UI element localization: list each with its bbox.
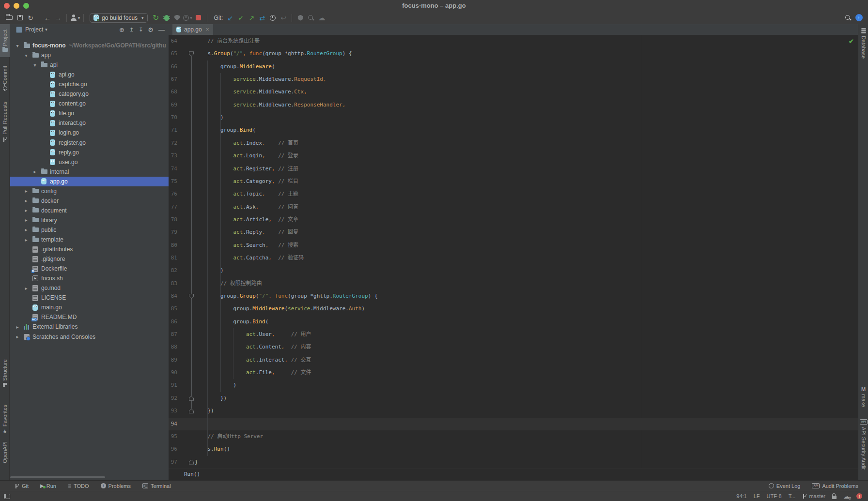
code-with-me-icon[interactable]: ▾	[70, 13, 80, 23]
code-line-77[interactable]: 77 act.Ask, // 问答	[169, 201, 858, 213]
stop-button[interactable]	[193, 13, 204, 23]
code-line-86[interactable]: 86 group.Bind(	[169, 316, 858, 328]
git-merge-icon[interactable]: ⇄	[257, 13, 267, 23]
lock-icon[interactable]	[832, 496, 837, 499]
code-line-94[interactable]: 94	[169, 418, 858, 430]
stripe-tab-database[interactable]: Database	[858, 28, 868, 73]
tree-row-api-go[interactable]: api.go	[10, 70, 169, 79]
code-line-87[interactable]: 87 act.User, // 用户	[169, 328, 858, 341]
window-layout-icon[interactable]	[4, 494, 10, 499]
stripe-tab-make[interactable]: M make	[858, 386, 868, 414]
chevron-right-icon[interactable]: ▸	[15, 334, 20, 339]
cloud-settings-icon[interactable]: ☁	[843, 493, 850, 500]
tree-row-category-go[interactable]: category.go	[10, 89, 169, 99]
profiler-button[interactable]: ▾	[183, 13, 193, 23]
code-line-66[interactable]: 66 group.Middleware(	[169, 61, 858, 73]
tree-row-public[interactable]: ▸public	[10, 225, 169, 235]
fold-marker-icon[interactable]	[189, 294, 194, 299]
line-separator[interactable]: LF	[754, 493, 760, 499]
tree-row-template[interactable]: ▸template	[10, 235, 169, 244]
stripe-tab-favorites[interactable]: Favorites ★	[0, 405, 10, 439]
tree-row-document[interactable]: ▸document	[10, 206, 169, 215]
tree-row-license[interactable]: LICENSE	[10, 293, 169, 303]
chevron-down-icon[interactable]: ▾	[45, 27, 47, 32]
chevron-right-icon[interactable]: ▸	[15, 324, 20, 330]
stripe-tab-pull-requests[interactable]: Pull Requests	[0, 102, 10, 150]
code-line-90[interactable]: 90 act.File, // 文件	[169, 366, 858, 379]
package-icon[interactable]	[295, 13, 306, 23]
indent-style[interactable]: T...	[789, 493, 796, 499]
code-line-76[interactable]: 76 act.Topic, // 主题	[169, 188, 858, 200]
tree-row--gitattributes[interactable]: .gitattributes	[10, 244, 169, 254]
search-everywhere-dim-icon[interactable]	[306, 13, 316, 23]
code-line-80[interactable]: 80 act.Search, // 搜索	[169, 239, 858, 252]
code-line-65[interactable]: 65 s.Group("/", func(group *ghttp.Router…	[169, 47, 858, 60]
tree-row--gitignore[interactable]: .gitignore	[10, 254, 169, 264]
stripe-tab-project[interactable]: Project	[0, 24, 10, 57]
code-line-75[interactable]: 75 act.Category, // 栏目	[169, 175, 858, 188]
code-line-73[interactable]: 73 act.Login, // 登录	[169, 150, 858, 162]
stripe-tab-api-security-audit[interactable]: API API Security Audit	[858, 419, 868, 482]
error-indicator-icon[interactable]: !	[856, 493, 862, 499]
chevron-right-icon[interactable]: ▸	[24, 208, 29, 213]
sync-icon[interactable]: ↻	[25, 13, 36, 23]
toolwindow-git[interactable]: Git	[15, 483, 29, 489]
tree-row-captcha-go[interactable]: captcha.go	[10, 79, 169, 89]
chevron-right-icon[interactable]: ▸	[24, 188, 29, 194]
git-commit-icon[interactable]: ✓	[235, 13, 246, 23]
code-line-97[interactable]: 97}	[169, 456, 858, 469]
code-line-88[interactable]: 88 act.Content, // 内容	[169, 341, 858, 353]
stripe-tab-structure[interactable]: Structure	[0, 359, 10, 402]
horizontal-scrollbar[interactable]	[10, 476, 105, 478]
tree-row-content-go[interactable]: content.go	[10, 99, 169, 108]
save-icon[interactable]	[15, 13, 25, 23]
tree-row-login-go[interactable]: login.go	[10, 128, 169, 137]
code-line-93[interactable]: 93 })	[169, 405, 858, 417]
tree-row-app-go[interactable]: app.go	[10, 177, 169, 186]
git-rollback-icon[interactable]: ↩	[278, 13, 289, 23]
code-line-74[interactable]: 74 act.Register, // 注册	[169, 163, 858, 175]
tree-row-scratches-and-consoles[interactable]: ▸Scratches and Consoles	[10, 332, 169, 342]
fold-marker-icon[interactable]	[189, 409, 194, 413]
tree-row-library[interactable]: ▸library	[10, 215, 169, 225]
file-encoding[interactable]: UTF-8	[767, 493, 782, 499]
locate-file-icon[interactable]: ⊕	[119, 26, 124, 33]
audit-problems-button[interactable]: API Audit Problems	[812, 483, 858, 489]
event-log-button[interactable]: Event Log	[769, 483, 801, 489]
chevron-down-icon[interactable]: ▾	[32, 62, 37, 68]
code-line-96[interactable]: 96 s.Run()	[169, 443, 858, 455]
fold-marker-icon[interactable]	[189, 51, 194, 56]
chevron-down-icon[interactable]: ▾	[15, 43, 20, 48]
inspections-ok-icon[interactable]: ✔	[849, 38, 854, 45]
toolwindow-problems[interactable]: ! Problems	[101, 483, 131, 489]
update-available-icon[interactable]: ↑	[853, 13, 864, 23]
expand-all-icon[interactable]: ↥	[129, 27, 134, 33]
chevron-right-icon[interactable]: ▸	[24, 237, 29, 243]
stripe-tab-commit[interactable]: Commit	[0, 66, 10, 99]
code-line-89[interactable]: 89 act.Interact, // 交互	[169, 354, 858, 366]
code-line-82[interactable]: 82 )	[169, 264, 858, 277]
run-configuration-select[interactable]: go build focus ▾	[90, 13, 148, 23]
back-icon[interactable]: ←	[42, 13, 53, 23]
tree-row-focus-mono[interactable]: ▾focus-mono~/Workspace/Go/GOPATH/src/git…	[10, 41, 169, 50]
toolwindow-todo[interactable]: ≡ TODO	[68, 483, 89, 489]
collapse-all-icon[interactable]: ↧	[139, 27, 143, 33]
tree-row-docker[interactable]: ▸docker	[10, 196, 169, 206]
code-line-68[interactable]: 68 service.Middleware.Ctx,	[169, 86, 858, 98]
debug-button[interactable]	[161, 13, 172, 23]
code-line-69[interactable]: 69 service.Middleware.ResponseHandler,	[169, 99, 858, 111]
git-history-icon[interactable]	[267, 13, 278, 23]
stripe-tab-openapi[interactable]: OpenAPI	[0, 441, 10, 471]
tree-row-internal[interactable]: ▸internal	[10, 167, 169, 177]
git-branch-widget[interactable]: master	[802, 493, 825, 499]
project-view-selector[interactable]: Project	[25, 26, 43, 33]
caret-position[interactable]: 94:1	[736, 493, 746, 499]
code-line-71[interactable]: 71 group.Bind(	[169, 124, 858, 137]
forward-icon[interactable]: →	[53, 13, 63, 23]
tree-row-user-go[interactable]: user.go	[10, 157, 169, 167]
code-line-70[interactable]: 70 )	[169, 111, 858, 124]
cloud-icon[interactable]: ☁	[316, 13, 327, 23]
fold-marker-icon[interactable]	[189, 460, 194, 465]
close-icon[interactable]: ×	[206, 26, 209, 33]
coverage-button[interactable]	[172, 13, 183, 23]
